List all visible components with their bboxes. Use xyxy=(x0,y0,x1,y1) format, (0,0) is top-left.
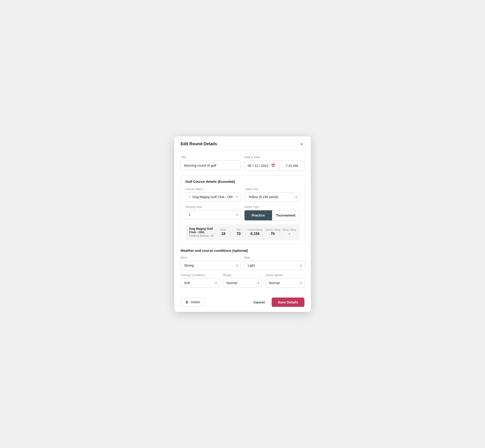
weather-section: Weather and course conditions (optional)… xyxy=(181,248,304,292)
slope-rating-label: Slope rating xyxy=(283,228,296,231)
course-rating-label: Course rating xyxy=(265,228,280,231)
golf-course-section-title: Golf Course details (Essential) xyxy=(185,180,300,184)
datetime-label: Date & Time xyxy=(244,156,304,159)
time-value: 7:31 AM xyxy=(285,164,298,168)
time-display[interactable]: 7:31 AM xyxy=(279,160,304,171)
starting-hole-label: Starting Hole xyxy=(185,205,241,208)
modal-body: Title Date & Time 05 / 12 / 2021 📅 7:31 … xyxy=(174,151,311,292)
course-location: Shelford Bottom, UK xyxy=(189,234,215,237)
rough-wrap: Short Normal Long ▾ xyxy=(223,278,262,288)
close-button[interactable]: × xyxy=(299,141,304,147)
course-name-display: Gog Magog Golf Club - Old, xyxy=(189,227,215,234)
course-rating-value: 70 xyxy=(270,232,275,236)
starting-hole-wrap: 1 10 ▾ xyxy=(185,210,241,219)
par-value: 70 xyxy=(237,232,241,236)
yards-value: 6,156 xyxy=(251,232,259,236)
holes-label: Holes xyxy=(220,228,226,231)
course-name-col: Course Name ⚲ ✕ xyxy=(185,188,241,202)
green-speed-wrap: Slow Normal Fast ▾ xyxy=(266,278,304,288)
green-speed-col: Green Speed Slow Normal Fast ▾ xyxy=(266,274,304,288)
holes-value: 18 xyxy=(221,232,226,236)
rough-col: Rough Short Normal Long ▾ xyxy=(223,274,262,288)
par-label: Par xyxy=(237,228,241,231)
modal-title: Edit Round Details xyxy=(181,142,217,146)
wind-col: Wind Calm Light Moderate Strong ▾ xyxy=(181,256,241,270)
fairway-col: Fairway Conditions Firm Normal Soft Wet … xyxy=(181,274,219,288)
trash-icon: 🗑 xyxy=(185,300,189,304)
green-speed-label: Green Speed xyxy=(266,274,304,277)
yards-stat: Yards(Yellow) 6,156 xyxy=(245,228,263,236)
conditions-row: Fairway Conditions Firm Normal Soft Wet … xyxy=(181,274,304,288)
tournament-button[interactable]: Tournament xyxy=(272,210,300,220)
rain-label: Rain xyxy=(244,256,304,259)
practice-button[interactable]: Practice xyxy=(244,210,272,220)
footer-right-actions: Cancel Save Details xyxy=(251,297,304,307)
yards-label: Yards(Yellow) xyxy=(248,228,263,231)
rough-dropdown[interactable]: Short Normal Long xyxy=(223,278,262,288)
select-tee-label: Select Tee xyxy=(245,188,300,191)
course-info-bar: Gog Magog Golf Club - Old, Shelford Bott… xyxy=(185,224,300,240)
datetime-field-group: Date & Time 05 / 12 / 2021 📅 7:31 AM xyxy=(244,156,304,171)
rough-label: Rough xyxy=(223,274,262,277)
select-tee-wrap: Yellow (6,156 yards) White (6,700 yards)… xyxy=(245,192,300,201)
course-name-label: Course Name xyxy=(185,188,241,191)
weather-section-title: Weather and course conditions (optional) xyxy=(181,248,304,252)
game-type-col: Game Type Practice Tournament xyxy=(244,205,300,221)
slope-rating-value: - xyxy=(289,232,290,236)
course-name-block: Gog Magog Golf Club - Old, Shelford Bott… xyxy=(189,227,215,237)
slope-rating-stat: Slope rating - xyxy=(280,228,296,236)
course-name-input[interactable] xyxy=(192,195,235,199)
par-stat: Par 70 xyxy=(230,228,245,236)
wind-rain-row: Wind Calm Light Moderate Strong ▾ Rain xyxy=(181,256,304,270)
game-type-toggle: Practice Tournament xyxy=(244,210,300,221)
modal-footer: 🗑 Delete Cancel Save Details xyxy=(174,294,311,312)
wind-dropdown[interactable]: Calm Light Moderate Strong xyxy=(181,261,241,270)
rain-dropdown[interactable]: None Light Moderate Heavy xyxy=(244,261,304,270)
fairway-dropdown[interactable]: Firm Normal Soft Wet xyxy=(181,278,219,288)
title-label: Title xyxy=(181,156,241,159)
calendar-icon: 📅 xyxy=(271,163,275,168)
rain-col: Rain None Light Moderate Heavy ▾ xyxy=(244,256,304,270)
select-tee-col: Select Tee Yellow (6,156 yards) White (6… xyxy=(245,188,300,202)
starting-hole-dropdown[interactable]: 1 10 xyxy=(185,210,241,219)
course-rating-stat: Course rating 70 xyxy=(263,228,280,236)
wind-wrap: Calm Light Moderate Strong ▾ xyxy=(181,261,241,270)
title-datetime-row: Title Date & Time 05 / 12 / 2021 📅 7:31 … xyxy=(181,156,304,171)
holes-stat: Holes 18 xyxy=(215,228,230,236)
game-type-label: Game Type xyxy=(244,205,300,208)
search-icon: ⚲ xyxy=(188,195,191,199)
fairway-label: Fairway Conditions xyxy=(181,274,219,277)
title-input[interactable] xyxy=(181,160,241,170)
delete-label: Delete xyxy=(191,300,200,304)
select-tee-dropdown[interactable]: Yellow (6,156 yards) White (6,700 yards)… xyxy=(245,192,300,201)
date-value: 05 / 12 / 2021 xyxy=(248,164,269,168)
course-name-search-wrap[interactable]: ⚲ ✕ xyxy=(185,192,241,202)
save-button[interactable]: Save Details xyxy=(272,297,304,307)
green-speed-dropdown[interactable]: Slow Normal Fast xyxy=(266,278,304,288)
clear-icon[interactable]: ✕ xyxy=(235,195,238,199)
delete-button[interactable]: 🗑 Delete xyxy=(181,298,205,306)
rain-wrap: None Light Moderate Heavy ▾ xyxy=(244,261,304,270)
date-display[interactable]: 05 / 12 / 2021 📅 xyxy=(244,160,279,171)
golf-course-section: Golf Course details (Essential) Course N… xyxy=(181,175,304,244)
cancel-button[interactable]: Cancel xyxy=(251,298,267,306)
modal-header: Edit Round Details × xyxy=(174,136,311,151)
title-field-group: Title xyxy=(181,156,241,171)
wind-label: Wind xyxy=(181,256,241,259)
hole-gametype-row: Starting Hole 1 10 ▾ Game Type Practice … xyxy=(185,205,300,221)
starting-hole-col: Starting Hole 1 10 ▾ xyxy=(185,205,241,221)
course-tee-row: Course Name ⚲ ✕ Select Tee Yellow (6,156… xyxy=(185,188,300,202)
fairway-wrap: Firm Normal Soft Wet ▾ xyxy=(181,278,219,288)
edit-round-modal: Edit Round Details × Title Date & Time 0… xyxy=(174,136,311,312)
